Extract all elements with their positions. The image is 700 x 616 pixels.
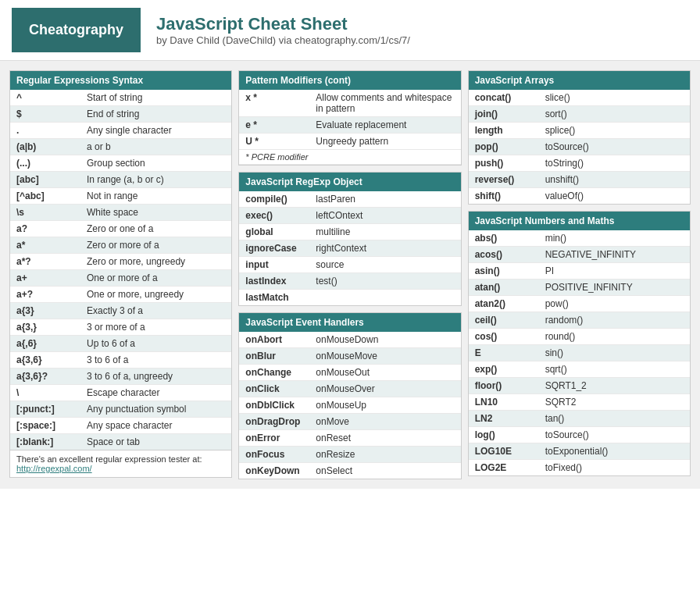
cell-val: min() [545, 233, 684, 244]
cell-val: Zero or more of a [87, 240, 225, 251]
cell-key: push() [475, 158, 545, 169]
cell-key: ^ [16, 92, 87, 103]
regexp-obj-card: JavaScript RegExp Object compile()lastPa… [238, 172, 461, 306]
cell-val: SQRT1_2 [545, 380, 684, 391]
cell-val: leftCOntext [316, 210, 454, 221]
numbers-header: JavaScript Numbers and Maths [469, 212, 690, 230]
column-1: Regular Expressions Syntax ^Start of str… [6, 67, 235, 482]
table-row: .Any single character [10, 123, 231, 139]
cell-key: lastIndex [245, 276, 316, 287]
cell-key: [:punct:] [16, 404, 87, 415]
table-row: a+One or more of a [10, 270, 231, 287]
cell-val: source [316, 259, 454, 270]
table-row: [abc]In range (a, b or c) [10, 172, 231, 188]
cell-val: White space [87, 207, 225, 218]
cell-val: Start of string [87, 92, 225, 103]
cell-key: onFocus [245, 449, 316, 460]
cell-key: U * [245, 136, 316, 147]
table-row: lengthsplice() [469, 123, 690, 139]
regex-syntax-body: ^Start of string$End of string.Any singl… [10, 90, 231, 450]
table-row: log()toSource() [469, 427, 690, 443]
cell-key: a+ [16, 272, 87, 283]
cell-key: input [245, 259, 316, 270]
cell-val: Not in range [87, 190, 225, 201]
arrays-body: concat()slice()join()sort()lengthsplice(… [469, 90, 690, 204]
cell-val: onSelect [316, 465, 454, 476]
cell-key: onKeyDown [245, 465, 316, 476]
table-row: \sWhite space [10, 205, 231, 221]
table-row: U *Ungreedy pattern [239, 134, 460, 150]
table-row: floor()SQRT1_2 [469, 378, 690, 394]
cell-key: E [475, 347, 545, 358]
cell-val: sqrt() [545, 364, 684, 375]
cell-val: valueOf() [545, 190, 684, 201]
table-row: join()sort() [469, 106, 690, 123]
cell-val: onMouseOver [316, 383, 454, 394]
cell-key: onBlur [245, 351, 316, 361]
table-row: \Escape character [10, 385, 231, 401]
cell-key: (...) [16, 158, 87, 169]
table-row: inputsource [239, 257, 460, 273]
cell-key: a{3,6}? [16, 371, 87, 382]
cell-key: ignoreCase [245, 243, 316, 254]
table-row: atan()POSITIVE_INFINITY [469, 280, 690, 296]
header: Cheatography JavaScript Cheat Sheet by D… [0, 0, 700, 61]
logo: Cheatography [12, 8, 141, 52]
table-row: cos()round() [469, 329, 690, 345]
pattern-mod-header: Pattern Modifiers (cont) [239, 71, 460, 90]
table-row: LN2tan() [469, 411, 690, 427]
cell-key: onError [245, 433, 316, 443]
cell-val: onMouseUp [316, 400, 454, 411]
cell-val: toFixed() [545, 462, 684, 473]
table-row: globalmultiline [239, 224, 460, 240]
table-row: LN10SQRT2 [469, 394, 690, 411]
cell-key: join() [475, 109, 545, 119]
table-row: (...)Group section [10, 155, 231, 172]
cell-key: global [245, 226, 316, 237]
cell-val: POSITIVE_INFINITY [545, 282, 684, 293]
cell-val: Allow comments and whitespace in pattern [316, 92, 454, 114]
table-row: acos()NEGATIVE_INFINITY [469, 247, 690, 263]
table-row: e *Evaluate replacement [239, 117, 460, 134]
event-handlers-card: JavaScript Event Handlers onAbortonMouse… [238, 312, 461, 479]
table-row: onKeyDownonSelect [239, 463, 460, 479]
table-row: push()toString() [469, 155, 690, 172]
regex-link[interactable]: http://regexpal.com/ [16, 464, 92, 473]
cell-key: e * [245, 119, 316, 130]
cell-val: Evaluate replacement [316, 119, 454, 130]
table-row: ceil()random() [469, 312, 690, 329]
table-row: a{3,}3 or more of a [10, 319, 231, 336]
cell-key: a{3,} [16, 322, 87, 333]
table-row: (a|b)a or b [10, 139, 231, 155]
cell-val: End of string [87, 109, 225, 119]
cell-val: Any punctuation symbol [87, 404, 225, 415]
cell-val: multiline [316, 226, 454, 237]
event-handlers-body: onAbortonMouseDownonBluronMouseMoveonCha… [239, 332, 460, 479]
cell-key: [^abc] [16, 190, 87, 201]
cell-val: 3 or more of a [87, 322, 225, 333]
table-row: a{3,6}3 to 6 of a [10, 352, 231, 369]
page-title: JavaScript Cheat Sheet [156, 14, 410, 34]
cell-key: a*? [16, 256, 87, 267]
column-2: Pattern Modifiers (cont) x *Allow commen… [235, 67, 464, 482]
cell-val: onResize [316, 449, 454, 460]
table-row: reverse()unshift() [469, 172, 690, 188]
table-row: exec()leftCOntext [239, 208, 460, 224]
arrays-card: JavaScript Arrays concat()slice()join()s… [468, 70, 691, 205]
cell-key: abs() [475, 233, 545, 244]
cell-val: NEGATIVE_INFINITY [545, 249, 684, 260]
cell-val: rightContext [316, 243, 454, 254]
cell-key: atan2() [475, 298, 545, 309]
cell-val: toSource() [545, 141, 684, 152]
cell-val: Any single character [87, 125, 225, 136]
cell-key: shift() [475, 190, 545, 201]
table-row: onDragDroponMove [239, 414, 460, 430]
cell-val: PI [545, 265, 684, 276]
table-row: [:blank:]Space or tab [10, 434, 231, 450]
table-row: shift()valueOf() [469, 188, 690, 204]
regexp-obj-header: JavaScript RegExp Object [239, 173, 460, 191]
cell-key: log() [475, 429, 545, 440]
cell-key: onDragDrop [245, 416, 316, 427]
pattern-mod-body: x *Allow comments and whitespace in patt… [239, 90, 460, 165]
numbers-card: JavaScript Numbers and Maths abs()min()a… [468, 211, 691, 476]
